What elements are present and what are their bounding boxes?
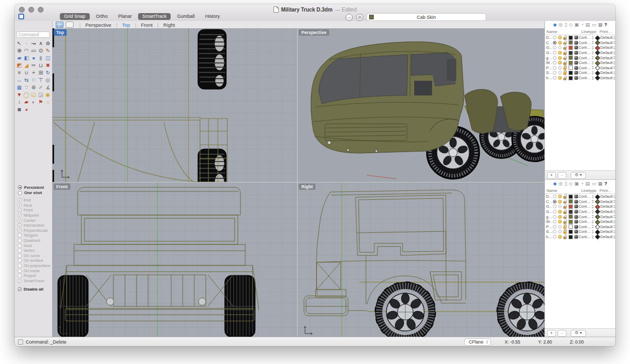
- tool-icon[interactable]: ☼: [44, 99, 51, 106]
- panel-tab-icon[interactable]: ▯: [564, 180, 567, 188]
- current-layer-radio[interactable]: [553, 41, 556, 45]
- tool-icon[interactable]: ◱: [30, 91, 37, 99]
- osnap-checkbox[interactable]: [18, 204, 22, 207]
- tool-icon[interactable]: ◲: [37, 91, 45, 99]
- osnap-checkbox[interactable]: [18, 208, 22, 212]
- tool-icon[interactable]: ✖: [44, 62, 51, 69]
- viewport-top-label[interactable]: Top: [54, 29, 67, 36]
- visibility-bulb-icon[interactable]: [558, 235, 562, 239]
- current-layer-radio[interactable]: [553, 76, 556, 80]
- visibility-bulb-icon[interactable]: [558, 230, 562, 233]
- linetype-select[interactable]: Cont…: [579, 194, 594, 199]
- panel-tab-icon[interactable]: ▯: [564, 21, 567, 29]
- layer-color-swatch[interactable]: [569, 235, 573, 239]
- print-color-diamond[interactable]: [595, 209, 600, 214]
- current-layer-radio[interactable]: [553, 225, 556, 229]
- layer-row[interactable]: P… Cont… Default: [545, 224, 615, 230]
- tool-icon[interactable]: ▰: [16, 55, 23, 62]
- linetype-select[interactable]: Cont…: [579, 219, 594, 224]
- visibility-bulb-icon[interactable]: [558, 56, 562, 60]
- disable-all-checkbox[interactable]: [18, 287, 22, 291]
- current-layer-radio[interactable]: [553, 36, 556, 39]
- lock-icon[interactable]: [563, 234, 567, 239]
- front-view-canvas[interactable]: [52, 183, 297, 337]
- tool-icon[interactable]: ✎: [44, 47, 51, 55]
- osnap-option-row[interactable]: End: [18, 198, 51, 203]
- cplane-select[interactable]: CPlane: [464, 338, 491, 346]
- remove-layer-button[interactable]: −: [558, 330, 566, 337]
- column-print[interactable]: Print…: [600, 29, 612, 34]
- osnap-checkbox[interactable]: [18, 219, 22, 222]
- layer-color-swatch[interactable]: [569, 199, 573, 204]
- current-layer-radio[interactable]: [553, 46, 556, 49]
- linetype-select[interactable]: Cont…: [579, 209, 594, 214]
- layer-color-swatch[interactable]: [569, 36, 573, 40]
- lock-icon[interactable]: [563, 40, 567, 45]
- layer-row[interactable]: C… Cont… Default: [545, 40, 615, 46]
- current-layer-radio[interactable]: [553, 195, 556, 198]
- lock-icon[interactable]: [563, 199, 567, 204]
- panel-tab-icon[interactable]: ◎: [559, 21, 563, 29]
- right-view-canvas[interactable]: [298, 183, 544, 337]
- layer-row[interactable]: G… Cont… Default: [545, 45, 615, 50]
- viewport-perspective[interactable]: Perspective: [298, 28, 544, 182]
- lock-icon[interactable]: [563, 76, 567, 80]
- cab-skin-field[interactable]: Cab Skin: [366, 13, 486, 21]
- print-select[interactable]: Default: [601, 229, 616, 234]
- viewport-tab[interactable]: Front: [130, 22, 153, 28]
- column-print[interactable]: Print…: [600, 188, 612, 193]
- material-icon[interactable]: [574, 46, 578, 49]
- print-color-diamond[interactable]: [595, 50, 600, 55]
- panel-tab-icon[interactable]: ▭: [592, 180, 596, 188]
- print-select[interactable]: Default: [601, 66, 616, 70]
- print-color-diamond[interactable]: [595, 76, 600, 80]
- tool-icon[interactable]: ⊕: [16, 47, 23, 55]
- osnap-option-row[interactable]: Perpendicular: [18, 228, 51, 233]
- osnap-checkbox[interactable]: [18, 279, 22, 283]
- print-select[interactable]: Default: [601, 204, 616, 209]
- material-icon[interactable]: [574, 200, 578, 204]
- print-select[interactable]: Default: [601, 56, 616, 60]
- tool-icon[interactable]: ↻: [44, 69, 51, 77]
- viewport-right[interactable]: Right: [298, 183, 544, 337]
- tool-icon[interactable]: ↕: [16, 99, 23, 106]
- osnap-checkbox[interactable]: [18, 269, 22, 273]
- visibility-bulb-icon[interactable]: [558, 41, 562, 45]
- tool-icon[interactable]: ⊔: [37, 62, 45, 69]
- material-icon[interactable]: [574, 71, 578, 74]
- layer-color-swatch[interactable]: [569, 61, 573, 65]
- print-select[interactable]: Default: [601, 209, 616, 214]
- linetype-select[interactable]: Cont…: [579, 224, 594, 229]
- tool-icon[interactable]: ◠: [23, 47, 30, 55]
- print-color-diamond[interactable]: [595, 60, 600, 65]
- mode-button[interactable]: Grid Snap: [60, 13, 90, 20]
- tool-icon[interactable]: ∧: [37, 40, 45, 47]
- print-color-diamond[interactable]: [595, 194, 600, 199]
- current-layer-radio[interactable]: [553, 51, 556, 55]
- layer-row[interactable]: S… Cont… Default: [545, 229, 615, 234]
- osnap-option-row[interactable]: Midpoint: [18, 213, 51, 218]
- layer-row[interactable]: G… Cont… Default: [545, 204, 615, 209]
- viewport-front[interactable]: Front: [52, 183, 297, 337]
- tool-icon[interactable]: ∷: [30, 77, 37, 84]
- visibility-bulb-icon[interactable]: [558, 61, 562, 65]
- osnap-option-row[interactable]: Center: [18, 218, 51, 223]
- osnap-mode-radio[interactable]: [18, 185, 22, 189]
- linetype-select[interactable]: Cont…: [579, 60, 594, 65]
- visibility-bulb-icon[interactable]: [558, 66, 562, 70]
- panel-tab-icon[interactable]: ▤: [585, 21, 590, 29]
- lock-icon[interactable]: [563, 70, 567, 75]
- print-select[interactable]: Default: [601, 224, 616, 229]
- print-select[interactable]: Default: [601, 219, 616, 224]
- material-icon[interactable]: [574, 215, 578, 219]
- print-color-diamond[interactable]: [595, 215, 600, 219]
- current-layer-radio[interactable]: [553, 200, 556, 204]
- layer-color-swatch[interactable]: [569, 66, 573, 70]
- tool-icon[interactable]: ◙: [16, 106, 23, 113]
- tool-icon[interactable]: ⇆: [23, 77, 30, 84]
- osnap-option-row[interactable]: Quadrant: [18, 238, 51, 243]
- osnap-option-row[interactable]: Intersection: [18, 223, 51, 228]
- visibility-bulb-icon[interactable]: [558, 215, 562, 219]
- visibility-bulb-icon[interactable]: [558, 205, 562, 208]
- layer-row[interactable]: g… Cont… Default: [545, 214, 615, 219]
